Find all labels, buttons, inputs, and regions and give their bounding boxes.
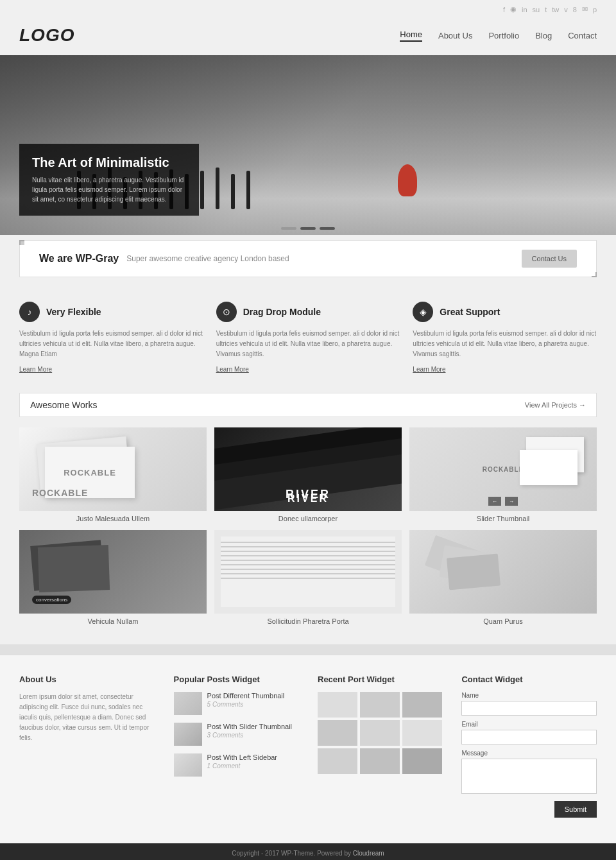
- portfolio-caption-5: Sollicitudin Pharetra Porta: [214, 617, 402, 625]
- contact-button[interactable]: Contact Us: [522, 250, 577, 268]
- flexible-desc: Vestibulum id ligula porta felis euismod…: [19, 329, 203, 359]
- eight-icon[interactable]: 8: [573, 6, 577, 13]
- recent-port-title: Recent Port Widget: [318, 675, 442, 684]
- footer-about-title: About Us: [19, 675, 155, 684]
- message-label: Message: [461, 750, 597, 757]
- portfolio-caption-4: Vehicula Nullam: [19, 617, 207, 625]
- feature-dragdrop: ⊙ Drag Drop Module Vestibulum id ligula …: [216, 302, 400, 374]
- next-arrow[interactable]: →: [505, 497, 518, 506]
- recent-6[interactable]: [402, 720, 442, 746]
- post-title-3: Post With Left Sidebar: [207, 753, 277, 761]
- twitter-icon[interactable]: tw: [552, 6, 559, 13]
- portfolio-thumb-1: ROCKABLE: [19, 427, 207, 511]
- feature-support: ◈ Great Support Vestibulum id ligula por…: [413, 302, 597, 374]
- recent-7[interactable]: [318, 748, 357, 774]
- portfolio-item-4[interactable]: conversations Vehicula Nullam: [19, 530, 207, 625]
- post-title-2: Post With Slider Thumbnail: [207, 723, 292, 730]
- post-thumb-2: [174, 723, 202, 746]
- flexible-learn-more[interactable]: Learn More: [19, 366, 52, 373]
- post-title-1: Post Different Thumbnail: [207, 692, 285, 700]
- works-title: Awesome Works: [30, 400, 98, 410]
- portfolio-item-6[interactable]: Quam Purus: [409, 530, 597, 625]
- portfolio-thumb-6: [409, 530, 597, 614]
- post-comments-1: 5 Comments: [207, 701, 285, 708]
- nav-about[interactable]: About Us: [438, 31, 472, 40]
- slider-dot-1[interactable]: [281, 227, 296, 230]
- linkedin-icon[interactable]: in: [522, 6, 527, 13]
- feature-flexible: ♪ Very Flexible Vestibulum id ligula por…: [19, 302, 203, 374]
- name-label: Name: [461, 692, 597, 699]
- recent-1[interactable]: [318, 692, 357, 718]
- popular-post-1[interactable]: Post Different Thumbnail 5 Comments: [174, 692, 298, 715]
- hero-description: Nulla vitae elit libero, a pharetra augu…: [32, 175, 186, 204]
- flickr-icon[interactable]: ◉: [510, 5, 517, 13]
- tagline-subtitle: Super awesome creative agency London bas…: [126, 254, 289, 263]
- nav-home[interactable]: Home: [400, 30, 422, 42]
- email-icon[interactable]: ✉: [582, 5, 588, 13]
- works-header: Awesome Works View All Projects →: [19, 393, 597, 417]
- support-desc: Vestibulum id ligula porta felis euismod…: [413, 329, 597, 359]
- popular-posts-title: Popular Posts Widget: [174, 675, 298, 684]
- dragdrop-desc: Vestibulum id ligula porta felis euismod…: [216, 329, 400, 359]
- support-icon: ◈: [413, 302, 433, 322]
- nav-portfolio[interactable]: Portfolio: [488, 31, 519, 40]
- portfolio-item-1[interactable]: ROCKABLE Justo Malesuada Ullem: [19, 427, 207, 522]
- main-nav: Home About Us Portfolio Blog Contact: [400, 30, 597, 42]
- recent-9[interactable]: [402, 748, 442, 774]
- footer-recent-port: Recent Port Widget: [318, 675, 442, 818]
- bottom-bar: Copyright - 2017 WP-Theme. Powered by Cl…: [0, 843, 616, 860]
- slider-dot-2[interactable]: [300, 227, 316, 230]
- contact-name-input[interactable]: [461, 701, 597, 716]
- portfolio-caption-3: Slider Thumbnail: [409, 515, 597, 522]
- dragdrop-learn-more[interactable]: Learn More: [216, 366, 249, 373]
- stumble-icon[interactable]: su: [533, 6, 540, 13]
- popular-post-2[interactable]: Post With Slider Thumbnail 3 Comments: [174, 723, 298, 746]
- support-learn-more[interactable]: Learn More: [413, 366, 445, 373]
- portfolio-caption-6: Quam Purus: [409, 617, 597, 625]
- portfolio-caption-1: Justo Malesuada Ullem: [19, 515, 207, 522]
- contact-email-input[interactable]: [461, 730, 597, 744]
- pinterest-icon[interactable]: p: [593, 6, 597, 13]
- recent-2[interactable]: [360, 692, 400, 718]
- portfolio-thumb-2: RIVER: [214, 427, 402, 511]
- slider-dot-3[interactable]: [320, 227, 335, 230]
- vimeo-icon[interactable]: v: [564, 6, 568, 13]
- view-all-link[interactable]: View All Projects →: [525, 401, 586, 409]
- site-header: LOGO Home About Us Portfolio Blog Contac…: [0, 19, 616, 55]
- footer-popular-posts: Popular Posts Widget Post Different Thum…: [174, 675, 298, 818]
- contact-message-input[interactable]: [461, 759, 597, 794]
- works-section: Awesome Works View All Projects → ROCKAB…: [0, 393, 616, 644]
- runner-figure: [398, 164, 417, 196]
- portfolio-item-5[interactable]: Sollicitudin Pharetra Porta: [214, 530, 402, 625]
- tumblr-icon[interactable]: t: [545, 6, 547, 13]
- portfolio-thumb-4: conversations: [19, 530, 207, 614]
- flexible-title: Very Flexible: [46, 307, 101, 317]
- copyright-text: Copyright - 2017 WP-Theme. Powered by: [232, 850, 352, 857]
- recent-4[interactable]: [318, 720, 357, 746]
- slider-dots: [281, 227, 335, 230]
- recent-8[interactable]: [360, 748, 400, 774]
- recent-3[interactable]: [402, 692, 442, 718]
- copyright-link[interactable]: Cloudream: [353, 850, 384, 857]
- portfolio-thumb-5: [214, 530, 402, 614]
- post-comments-3: 1 Comment: [207, 762, 277, 770]
- footer-contact: Contact Widget Name Email Message Submit: [461, 675, 597, 818]
- post-thumb-3: [174, 753, 202, 777]
- tagline-bar: We are WP-Gray Super awesome creative ag…: [19, 240, 597, 277]
- recent-5[interactable]: [360, 720, 400, 746]
- flexible-icon: ♪: [19, 302, 40, 322]
- nav-contact[interactable]: Contact: [568, 31, 597, 40]
- footer-grid: About Us Lorem ipsum dolor sit amet, con…: [19, 675, 597, 818]
- post-comments-2: 3 Comments: [207, 732, 292, 739]
- feature-flexible-header: ♪ Very Flexible: [19, 302, 203, 322]
- prev-arrow[interactable]: ←: [488, 497, 501, 506]
- nav-blog[interactable]: Blog: [535, 31, 552, 40]
- portfolio-item-2[interactable]: RIVER Donec ullamcorper: [214, 427, 402, 522]
- feature-dragdrop-header: ⊙ Drag Drop Module: [216, 302, 400, 322]
- contact-submit-button[interactable]: Submit: [554, 801, 597, 818]
- portfolio-caption-2: Donec ullamcorper: [214, 515, 402, 522]
- popular-post-3[interactable]: Post With Left Sidebar 1 Comment: [174, 753, 298, 777]
- portfolio-item-3[interactable]: ROCKABLE ← → Slider Thumbnail: [409, 427, 597, 522]
- facebook-icon[interactable]: f: [503, 6, 505, 13]
- footer-about-text: Lorem ipsum dolor sit amet, consectetur …: [19, 692, 155, 743]
